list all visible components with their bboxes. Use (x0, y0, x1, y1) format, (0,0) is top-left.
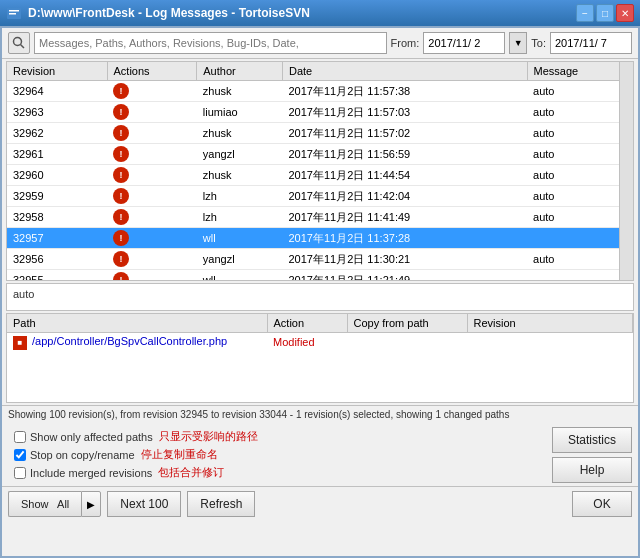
table-row[interactable]: ■ /app/Controller/BgSpvCallController.ph… (7, 333, 633, 352)
cell-revision: 32955 (7, 270, 107, 282)
show-affected-label-cn: 只显示受影响的路径 (159, 429, 258, 444)
col-message[interactable]: Message (527, 62, 632, 81)
from-date-dropdown[interactable]: ▼ (509, 32, 527, 54)
show-button[interactable]: Show All (8, 491, 81, 517)
refresh-button[interactable]: Refresh (187, 491, 255, 517)
col-revision[interactable]: Revision (7, 62, 107, 81)
col-action[interactable]: Action (267, 314, 347, 333)
cell-action-icon: ! (107, 102, 197, 123)
path-table: Path Action Copy from path Revision ■ /a… (7, 314, 633, 352)
cell-message: auto (527, 144, 632, 165)
cell-action-icon: ! (107, 207, 197, 228)
cell-revision: 32963 (7, 102, 107, 123)
cell-author: wll (197, 270, 283, 282)
path-table-header: Path Action Copy from path Revision (7, 314, 633, 333)
cell-action-icon: ! (107, 186, 197, 207)
include-merged-label-cn: 包括合并修订 (158, 465, 224, 480)
table-row[interactable]: 32961 ! yangzl 2017年11月2日 11:56:59 auto (7, 144, 633, 165)
message-pane: auto (6, 283, 634, 311)
cell-action-icon: ! (107, 144, 197, 165)
cell-action-icon: ! (107, 270, 197, 282)
stop-copy-label: Stop on copy/rename (30, 449, 135, 461)
cell-revision: 32962 (7, 123, 107, 144)
table-row[interactable]: 32960 ! zhusk 2017年11月2日 11:44:54 auto (7, 165, 633, 186)
table-row[interactable]: 32958 ! lzh 2017年11月2日 11:41:49 auto (7, 207, 633, 228)
window-controls: − □ ✕ (576, 4, 634, 22)
action-icon: ! (113, 209, 129, 225)
table-row[interactable]: 32956 ! yangzl 2017年11月2日 11:30:21 auto (7, 249, 633, 270)
col-date[interactable]: Date (282, 62, 527, 81)
action-icon: ! (113, 167, 129, 183)
cell-action-icon: ! (107, 249, 197, 270)
cell-action-icon: ! (107, 228, 197, 249)
include-merged-checkbox[interactable] (14, 467, 26, 479)
action-icon: ! (113, 146, 129, 162)
action-icon: ! (113, 83, 129, 99)
cell-revision: 32960 (7, 165, 107, 186)
table-row[interactable]: 32955 ! wll 2017年11月2日 11:21:49 (7, 270, 633, 282)
cell-action: Modified (267, 333, 347, 352)
svg-rect-2 (9, 13, 16, 15)
ok-button[interactable]: OK (572, 491, 632, 517)
cell-action-icon: ! (107, 81, 197, 102)
next100-button[interactable]: Next 100 (107, 491, 181, 517)
table-row[interactable]: 32962 ! zhusk 2017年11月2日 11:57:02 auto (7, 123, 633, 144)
path-link[interactable]: /app/Controller/BgSpvCallController.php (32, 335, 227, 347)
action-modified-label: Modified (273, 336, 315, 348)
cell-date: 2017年11月2日 11:42:04 (282, 186, 527, 207)
cell-author: zhusk (197, 123, 283, 144)
col-actions[interactable]: Actions (107, 62, 197, 81)
col-path[interactable]: Path (7, 314, 267, 333)
cell-date: 2017年11月2日 11:56:59 (282, 144, 527, 165)
search-icon-wrap (8, 32, 30, 54)
svg-line-4 (21, 45, 25, 49)
col-rev[interactable]: Revision (467, 314, 633, 333)
cell-message: auto (527, 81, 632, 102)
checkboxes-area: Show only affected paths 只显示受影响的路径 Stop … (8, 425, 552, 484)
to-date-input[interactable] (550, 32, 632, 54)
search-bar: From: ▼ To: (2, 28, 638, 59)
search-icon (12, 36, 26, 50)
cell-message: auto (527, 249, 632, 270)
cell-message: auto (527, 165, 632, 186)
close-button[interactable]: ✕ (616, 4, 634, 22)
cell-rev (467, 333, 633, 352)
col-author[interactable]: Author (197, 62, 283, 81)
cell-date: 2017年11月2日 11:44:54 (282, 165, 527, 186)
log-table: Revision Actions Author Date Message 329… (7, 62, 633, 281)
cell-author: liumiao (197, 102, 283, 123)
table-row[interactable]: 32964 ! zhusk 2017年11月2日 11:57:38 auto (7, 81, 633, 102)
cell-author: yangzl (197, 144, 283, 165)
action-icon: ! (113, 125, 129, 141)
cell-date: 2017年11月2日 11:21:49 (282, 270, 527, 282)
svg-rect-1 (9, 10, 19, 12)
log-table-header: Revision Actions Author Date Message (7, 62, 633, 81)
cell-action-icon: ! (107, 165, 197, 186)
from-label: From: (391, 37, 420, 49)
statistics-button[interactable]: Statistics (552, 427, 632, 453)
cell-message: auto (527, 102, 632, 123)
cell-date: 2017年11月2日 11:57:02 (282, 123, 527, 144)
show-arrow-button[interactable]: ▶ (81, 491, 101, 517)
help-button[interactable]: Help (552, 457, 632, 483)
log-scrollbar[interactable] (619, 62, 633, 280)
table-row[interactable]: 32959 ! lzh 2017年11月2日 11:42:04 auto (7, 186, 633, 207)
show-affected-checkbox[interactable] (14, 431, 26, 443)
from-date-input[interactable] (423, 32, 505, 54)
main-window: From: ▼ To: Revision Actions Author Date… (0, 26, 640, 558)
table-row[interactable]: 32957 ! wll 2017年11月2日 11:37:28 (7, 228, 633, 249)
search-input[interactable] (34, 32, 387, 54)
action-icon: ! (113, 272, 129, 281)
cell-revision: 32958 (7, 207, 107, 228)
cell-revision: 32961 (7, 144, 107, 165)
minimize-button[interactable]: − (576, 4, 594, 22)
cell-date: 2017年11月2日 11:41:49 (282, 207, 527, 228)
cell-revision: 32957 (7, 228, 107, 249)
include-merged-label: Include merged revisions (30, 467, 152, 479)
stop-copy-checkbox[interactable] (14, 449, 26, 461)
col-copy-from[interactable]: Copy from path (347, 314, 467, 333)
table-row[interactable]: 32963 ! liumiao 2017年11月2日 11:57:03 auto (7, 102, 633, 123)
maximize-button[interactable]: □ (596, 4, 614, 22)
cell-date: 2017年11月2日 11:57:38 (282, 81, 527, 102)
path-table-body: ■ /app/Controller/BgSpvCallController.ph… (7, 333, 633, 352)
